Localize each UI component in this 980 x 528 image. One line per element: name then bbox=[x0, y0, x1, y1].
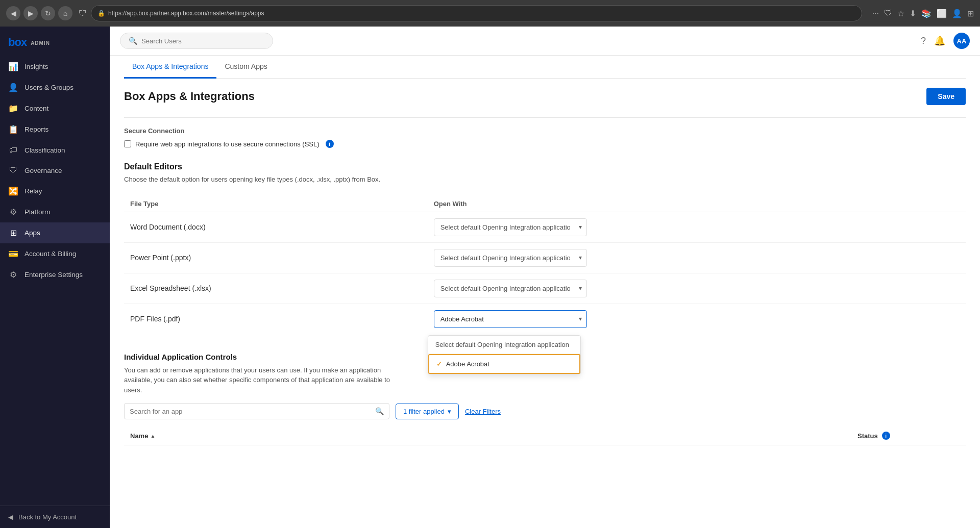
save-button[interactable]: Save bbox=[926, 88, 966, 105]
col-name-header[interactable]: Name ▲ bbox=[130, 432, 857, 440]
menu-icon[interactable]: ··· bbox=[872, 9, 879, 18]
shield-check-icon[interactable]: 🛡 bbox=[884, 9, 892, 18]
sidebar-label-platform: Platform bbox=[24, 208, 50, 216]
word-select-wrapper: Select default Opening Integration appli… bbox=[434, 218, 587, 236]
word-file-type: Word Document (.docx) bbox=[124, 212, 428, 242]
back-button[interactable]: ◀ bbox=[6, 6, 20, 20]
avatar[interactable]: AA bbox=[953, 33, 970, 49]
apps-icon: ⊞ bbox=[8, 228, 18, 238]
powerpoint-file-type: Power Point (.pptx) bbox=[124, 242, 428, 273]
sidebar: box ADMIN 📊 Insights 👤 Users & Groups 📁 … bbox=[0, 27, 110, 528]
back-to-account-label: Back to My Account bbox=[18, 513, 77, 521]
col-file-type-header: File Type bbox=[124, 196, 428, 212]
library-icon[interactable]: 📚 bbox=[921, 9, 932, 18]
sidebar-label-apps: Apps bbox=[24, 229, 40, 237]
default-editors-title: Default Editors bbox=[124, 162, 966, 171]
iac-description: You can add or remove applications that … bbox=[124, 365, 400, 395]
pdf-option-adobe[interactable]: ✓ Adobe Acrobat bbox=[428, 354, 580, 374]
pdf-option-default[interactable]: Select default Opening Integration appli… bbox=[428, 336, 580, 354]
extensions-icon[interactable]: ⊞ bbox=[967, 9, 974, 18]
governance-icon: 🛡 bbox=[8, 166, 18, 175]
editor-row-excel: Excel Spreadsheet (.xlsx) Select default… bbox=[124, 273, 966, 304]
excel-file-type: Excel Spreadsheet (.xlsx) bbox=[124, 273, 428, 304]
powerpoint-select[interactable]: Select default Opening Integration appli… bbox=[434, 249, 587, 267]
secure-connection-section: Secure Connection Require web app integr… bbox=[124, 117, 966, 148]
notifications-icon[interactable]: 🔔 bbox=[934, 35, 945, 46]
page-title-row: Box Apps & Integrations Save bbox=[124, 79, 966, 111]
sidebar-item-relay[interactable]: 🔀 Relay bbox=[0, 181, 110, 202]
sidebar-item-classification[interactable]: 🏷 Classification bbox=[0, 140, 110, 160]
sidebar-item-governance[interactable]: 🛡 Governance bbox=[0, 160, 110, 181]
profile-icon[interactable]: 👤 bbox=[952, 9, 962, 18]
tab-box-apps[interactable]: Box Apps & Integrations bbox=[124, 56, 216, 79]
download-icon[interactable]: ⬇ bbox=[910, 9, 916, 18]
col-status-header: Status i bbox=[857, 432, 960, 440]
help-icon[interactable]: ? bbox=[921, 36, 926, 46]
pdf-select[interactable]: Adobe Acrobat bbox=[434, 310, 587, 328]
filter-button[interactable]: 1 filter applied ▾ bbox=[396, 404, 459, 419]
col-status-label: Status bbox=[857, 432, 878, 440]
excel-select-wrapper: Select default Opening Integration appli… bbox=[434, 280, 587, 297]
sidebar-item-reports[interactable]: 📋 Reports bbox=[0, 119, 110, 140]
word-open-with-cell: Select default Opening Integration appli… bbox=[428, 212, 966, 242]
ssl-checkbox[interactable] bbox=[124, 140, 131, 147]
star-icon[interactable]: ☆ bbox=[897, 9, 904, 18]
pdf-file-type: PDF Files (.pdf) bbox=[124, 304, 428, 334]
tab-custom-apps[interactable]: Custom Apps bbox=[216, 56, 275, 79]
sidebar-item-account-billing[interactable]: 💳 Account & Billing bbox=[0, 243, 110, 264]
forward-button[interactable]: ▶ bbox=[23, 6, 38, 20]
back-to-my-account[interactable]: ◀ Back to My Account bbox=[8, 513, 102, 521]
account-billing-icon: 💳 bbox=[8, 249, 18, 259]
pdf-dropdown-menu: Select default Opening Integration appli… bbox=[428, 335, 581, 374]
sidebar-item-insights[interactable]: 📊 Insights bbox=[0, 56, 110, 77]
back-arrow-icon: ◀ bbox=[8, 513, 13, 521]
home-button[interactable]: ⌂ bbox=[58, 6, 72, 20]
editors-table: File Type Open With Word Document (.docx… bbox=[124, 196, 966, 334]
sidebar-item-platform[interactable]: ⚙ Platform bbox=[0, 202, 110, 222]
lock-icon: 🔒 bbox=[97, 10, 105, 17]
word-select[interactable]: Select default Opening Integration appli… bbox=[434, 218, 587, 236]
url-bar[interactable]: 🔒 https://app.box.partner.app.box.com/ma… bbox=[91, 5, 862, 21]
insights-icon: 📊 bbox=[8, 62, 18, 71]
browser-chrome: ◀ ▶ ↻ ⌂ 🛡 🔒 https://app.box.partner.app.… bbox=[0, 0, 980, 27]
iac-controls: 🔍 1 filter applied ▾ Clear Filters bbox=[124, 403, 966, 419]
search-input[interactable] bbox=[141, 37, 264, 45]
app-search-input[interactable] bbox=[130, 408, 375, 415]
sidebar-item-users-groups[interactable]: 👤 Users & Groups bbox=[0, 77, 110, 98]
sidebar-label-classification: Classification bbox=[24, 146, 65, 154]
excel-select[interactable]: Select default Opening Integration appli… bbox=[434, 280, 587, 297]
sidebar-item-content[interactable]: 📁 Content bbox=[0, 98, 110, 119]
search-box[interactable]: 🔍 bbox=[120, 33, 273, 49]
powerpoint-select-wrapper: Select default Opening Integration appli… bbox=[434, 249, 587, 267]
sidebar-label-relay: Relay bbox=[24, 187, 42, 195]
secure-connection-label: Secure Connection bbox=[124, 127, 966, 135]
tabs: Box Apps & Integrations Custom Apps bbox=[124, 56, 966, 79]
ssl-info-icon[interactable]: i bbox=[326, 140, 334, 148]
content-icon: 📁 bbox=[8, 104, 18, 113]
sidebar-item-apps[interactable]: ⊞ Apps bbox=[0, 222, 110, 243]
clear-filters-button[interactable]: Clear Filters bbox=[465, 408, 501, 415]
status-info-icon[interactable]: i bbox=[882, 432, 890, 440]
sidebar-label-reports: Reports bbox=[24, 125, 48, 133]
browser-toolbar-icons: ··· 🛡 ☆ ⬇ 📚 ⬜ 👤 ⊞ bbox=[872, 9, 974, 18]
sidebar-logo: box ADMIN bbox=[0, 27, 110, 56]
page-title: Box Apps & Integrations bbox=[124, 90, 255, 103]
reports-icon: 📋 bbox=[8, 124, 18, 134]
check-icon: ✓ bbox=[436, 360, 442, 368]
window-icon[interactable]: ⬜ bbox=[937, 9, 947, 18]
sort-arrow-icon: ▲ bbox=[150, 433, 155, 439]
browser-nav-buttons: ◀ ▶ ↻ ⌂ bbox=[6, 6, 72, 20]
reload-button[interactable]: ↻ bbox=[41, 6, 55, 20]
sidebar-bottom: ◀ Back to My Account bbox=[0, 506, 110, 528]
ssl-checkbox-label: Require web app integrations to use secu… bbox=[135, 140, 320, 148]
app-search-box[interactable]: 🔍 bbox=[124, 403, 389, 419]
relay-icon: 🔀 bbox=[8, 186, 18, 196]
sidebar-label-governance: Governance bbox=[24, 167, 62, 174]
box-logo: box bbox=[8, 36, 27, 49]
top-bar: 🔍 ? 🔔 AA bbox=[110, 27, 980, 56]
enterprise-settings-icon: ⚙ bbox=[8, 270, 18, 280]
powerpoint-open-with-cell: Select default Opening Integration appli… bbox=[428, 242, 966, 273]
sidebar-item-enterprise-settings[interactable]: ⚙ Enterprise Settings bbox=[0, 264, 110, 285]
col-name-label: Name bbox=[130, 432, 148, 440]
top-right-actions: ? 🔔 AA bbox=[921, 33, 970, 49]
